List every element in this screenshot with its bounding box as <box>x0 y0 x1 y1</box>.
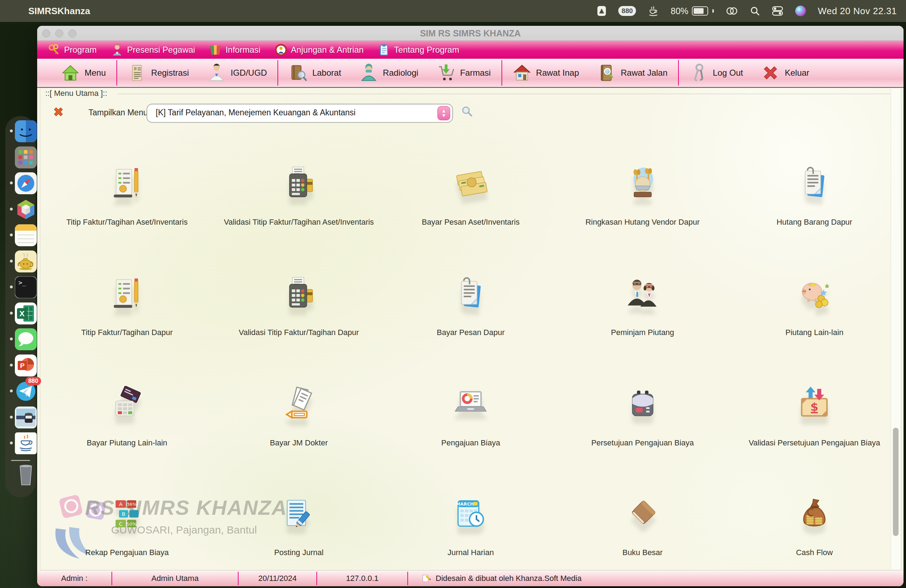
dock-item-finder[interactable] <box>15 120 37 142</box>
menu-item-bayar-pesan-aset-inventaris[interactable]: Bayar Pesan Aset/Inventaris <box>385 159 557 237</box>
menu-item-titip-faktur-tagihan-aset-inventaris[interactable]: Titip Faktur/Tagihan Aset/Inventaris <box>41 159 213 237</box>
dock-item-messages[interactable] <box>15 328 37 350</box>
menu-item-label: Validasi Persetujuan Pengajuan Biaya <box>728 438 900 448</box>
menu-item-label: Titip Faktur/Tagihan Aset/Inventaris <box>41 218 213 227</box>
notes-icon <box>15 224 37 246</box>
menu-item-rekap-pengajuan-biaya[interactable]: Rekap Pengajuan Biaya <box>41 489 213 567</box>
menu-item-titip-faktur-tagihan-dapur[interactable]: Titip Faktur/Tagihan Dapur <box>41 269 213 347</box>
app-menu-label: Presensi Pegawai <box>127 45 195 55</box>
dock-badge: 880 <box>26 377 41 385</box>
dock-item-terminal[interactable]: >_ <box>15 276 37 298</box>
toolbar-button-registrasi[interactable]: Registrasi <box>118 59 198 87</box>
siri-icon[interactable] <box>795 6 806 16</box>
toolbar-button-rawat-inap[interactable]: Rawat Inap <box>504 59 588 87</box>
menu-item-posting-jurnal[interactable]: Posting Jurnal <box>213 489 385 567</box>
vertical-scrollbar[interactable] <box>891 89 900 569</box>
status-credit-text: Didesain & dibuat oleh Khanza.Soft Media <box>435 574 581 583</box>
dock-item-excel[interactable]: X <box>15 303 37 324</box>
toolbar-button-laborat[interactable]: Laborat <box>279 59 350 87</box>
battery-icon <box>692 6 708 16</box>
dock-item-netbeans[interactable] <box>15 199 37 220</box>
dock-item-telegram[interactable]: 880 <box>15 380 37 402</box>
menu-item-validasi-titip-faktur-tagihan-aset-inventaris[interactable]: Validasi Titip Faktur/Tagihan Aset/Inven… <box>213 159 385 237</box>
status-cell-1: Admin Utama <box>112 570 238 586</box>
dock-running-indicator <box>10 312 13 314</box>
menu-item-cash-flow[interactable]: Cash Flow <box>728 489 900 567</box>
toolbar-button-farmasi[interactable]: Farmasi <box>427 59 500 87</box>
menu-item-pengajuan-biaya[interactable]: Pengajuan Biaya <box>385 379 557 457</box>
menu-item-label: Ringkasan Hutang Vendor Dapur <box>557 218 729 227</box>
app-menu-item-anjungan-antrian[interactable]: Anjungan & Antrian <box>269 41 370 59</box>
menu-item-ringkasan-hutang-vendor-dapur[interactable]: Ringkasan Hutang Vendor Dapur <box>557 159 729 237</box>
toolbar-button-rawat-jalan[interactable]: Rawat Jalan <box>588 59 677 87</box>
messages-icon <box>15 328 37 350</box>
menu-item-persetujuan-pengajuan-biaya[interactable]: Persetujuan Pengajuan Biaya <box>557 379 729 457</box>
safari-icon <box>15 172 37 194</box>
toolbar-button-label: IGD/UGD <box>231 68 267 78</box>
menu-filter-row: Tampilkan Menu : [K] Tarif Pelayanan, Me… <box>40 102 901 123</box>
search-icon[interactable] <box>461 105 474 118</box>
java-cup-icon[interactable] <box>648 6 659 16</box>
app-menu-item-informasi[interactable]: Informasi <box>204 41 266 59</box>
green-house-icon <box>61 64 80 82</box>
clear-filter-icon[interactable] <box>53 106 64 118</box>
menu-category-select[interactable]: [K] Tarif Pelayanan, Menejemen Keuangan … <box>147 104 453 123</box>
excel-icon: X <box>15 303 37 324</box>
pharmacy-cart-icon <box>437 64 455 82</box>
dock-running-indicator <box>10 364 13 367</box>
toolbar-button-label: Menu <box>85 68 106 78</box>
scrollbar-thumb[interactable] <box>893 428 898 536</box>
dock-item-notes[interactable] <box>15 224 37 246</box>
battery-indicator[interactable]: 80% <box>671 6 714 16</box>
menu-item-bayar-jm-dokter[interactable]: Bayar JM Dokter <box>213 379 385 457</box>
app-menu-label: Program <box>64 45 97 55</box>
dock-item-launchpad[interactable] <box>15 147 37 168</box>
dock-item-trash[interactable] <box>15 464 37 490</box>
dock-item-java[interactable] <box>15 432 37 454</box>
menu-item-label: Jurnal Harian <box>385 548 557 557</box>
window-title: SIM RS SIMRS KHANZA <box>37 28 903 38</box>
app-menu-item-program[interactable]: Program <box>42 41 102 59</box>
radiology-nurse-icon <box>360 64 378 82</box>
dock-item-powerpoint[interactable]: P <box>15 354 37 376</box>
menubar-clock[interactable]: Wed 20 Nov 22.31 <box>818 6 897 17</box>
dock-item-safari[interactable] <box>15 172 37 194</box>
menu-item-validasi-persetujuan-pengajuan-biaya[interactable]: Validasi Persetujuan Pengajuan Biaya <box>728 379 900 457</box>
spotlight-search-icon[interactable] <box>750 6 760 16</box>
mac-menubar: SIMRSKhanza 880 80% Wed <box>0 0 906 22</box>
menu-item-peminjam-piutang[interactable]: Peminjam Piutang <box>557 269 729 347</box>
control-center-icon[interactable] <box>772 6 783 16</box>
app-menu-item-presensi-pegawai[interactable]: Presensi Pegawai <box>105 41 201 59</box>
app-shield-icon[interactable] <box>597 6 606 16</box>
pencil-note-icon <box>421 573 431 584</box>
toolbar: MenuRegistrasiIGD/UGDLaboratRadiologiFar… <box>37 59 903 88</box>
menu-item-bayar-piutang-lain-lain[interactable]: Bayar Piutang Lain-lain <box>41 379 213 457</box>
dock-item-photo-utility[interactable] <box>15 406 37 429</box>
terminal-icon: >_ <box>15 276 37 298</box>
combo-stepper-button[interactable]: ▲▼ <box>437 106 450 120</box>
menu-item-piutang-lain-lain[interactable]: Piutang Lain-lain <box>728 269 900 347</box>
menu-item-label: Titip Faktur/Tagihan Dapur <box>41 328 213 337</box>
toolbar-button-menu[interactable]: Menu <box>52 59 115 87</box>
toolbar-button-keluar[interactable]: Keluar <box>752 59 818 87</box>
books-icon <box>209 43 222 56</box>
toolbar-button-log-out[interactable]: Log Out <box>680 59 752 87</box>
doc-orange-pencil-icon <box>280 386 317 423</box>
menu-item-hutang-barang-dapur[interactable]: Hutang Barang Dapur <box>728 159 900 237</box>
address-book-icon <box>597 64 616 82</box>
toolbar-button-radiologi[interactable]: Radiologi <box>350 59 427 87</box>
dock-item-teapot-app[interactable] <box>15 250 37 272</box>
menu-item-jurnal-harian[interactable]: Jurnal Harian <box>385 489 557 567</box>
status-cell-0: Admin : <box>37 570 112 586</box>
toolbar-button-igd-ugd[interactable]: IGD/UGD <box>198 59 276 87</box>
menu-item-validasi-titip-faktur-tagihan-dapur[interactable]: Validasi Titip Faktur/Tagihan Dapur <box>213 269 385 347</box>
app-menu-item-tentang-program[interactable]: Tentang Program <box>372 41 465 59</box>
badge-880-icon[interactable]: 880 <box>618 6 636 16</box>
menu-item-bayar-pesan-dapur[interactable]: Bayar Pesan Dapur <box>385 269 557 347</box>
dock: >_XP880 <box>5 116 36 497</box>
window-titlebar[interactable]: SIM RS SIMRS KHANZA <box>37 26 903 41</box>
menu-item-buku-besar[interactable]: Buku Besar <box>557 489 729 567</box>
linked-rings-icon[interactable] <box>726 6 738 16</box>
app-menu-bar: ProgramPresensi PegawaiInformasiAnjungan… <box>37 41 903 59</box>
mac-active-app-name[interactable]: SIMRSKhanza <box>28 6 90 17</box>
